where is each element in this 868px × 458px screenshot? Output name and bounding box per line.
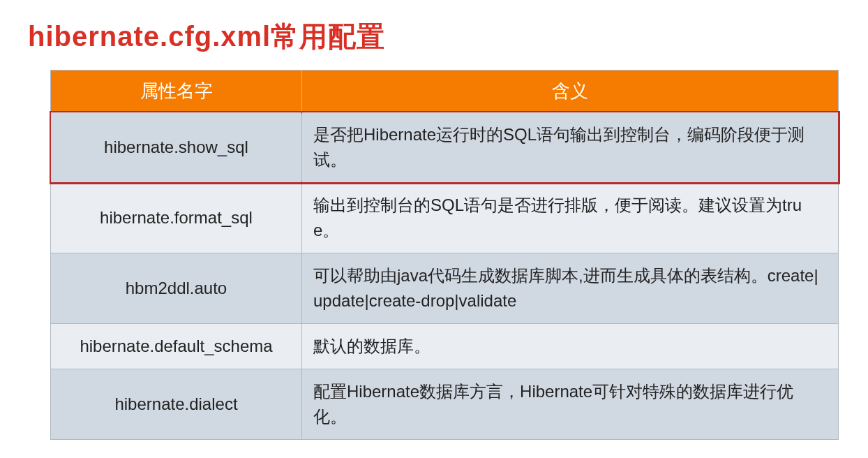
property-meaning-cell: 是否把Hibernate运行时的SQL语句输出到控制台，编码阶段便于测试。 <box>302 112 839 183</box>
table-row: hbm2ddl.auto可以帮助由java代码生成数据库脚本,进而生成具体的表结… <box>51 253 839 324</box>
config-table-wrapper: 属性名字 含义 hibernate.show_sql是否把Hibernate运行… <box>50 70 839 440</box>
property-meaning-cell: 可以帮助由java代码生成数据库脚本,进而生成具体的表结构。create|upd… <box>302 253 839 324</box>
table-row: hibernate.dialect配置Hibernate数据库方言，Hibern… <box>51 369 839 440</box>
property-name-cell: hbm2ddl.auto <box>51 253 302 324</box>
config-table: 属性名字 含义 hibernate.show_sql是否把Hibernate运行… <box>50 70 839 440</box>
header-meaning: 含义 <box>302 71 839 112</box>
table-header-row: 属性名字 含义 <box>51 71 839 112</box>
property-name-cell: hibernate.format_sql <box>51 183 302 253</box>
table-row: hibernate.show_sql是否把Hibernate运行时的SQL语句输… <box>51 112 839 183</box>
page-title: hibernate.cfg.xml常用配置 <box>28 17 840 56</box>
header-name: 属性名字 <box>51 71 302 112</box>
property-meaning-cell: 配置Hibernate数据库方言，Hibernate可针对特殊的数据库进行优化。 <box>302 369 839 440</box>
property-meaning-cell: 默认的数据库。 <box>302 324 839 369</box>
property-name-cell: hibernate.show_sql <box>51 112 302 183</box>
property-meaning-cell: 输出到控制台的SQL语句是否进行排版，便于阅读。建议设置为true。 <box>302 183 839 253</box>
table-row: hibernate.format_sql输出到控制台的SQL语句是否进行排版，便… <box>51 183 839 253</box>
table-row: hibernate.default_schema默认的数据库。 <box>51 324 839 369</box>
property-name-cell: hibernate.default_schema <box>51 324 302 369</box>
property-name-cell: hibernate.dialect <box>51 369 302 440</box>
